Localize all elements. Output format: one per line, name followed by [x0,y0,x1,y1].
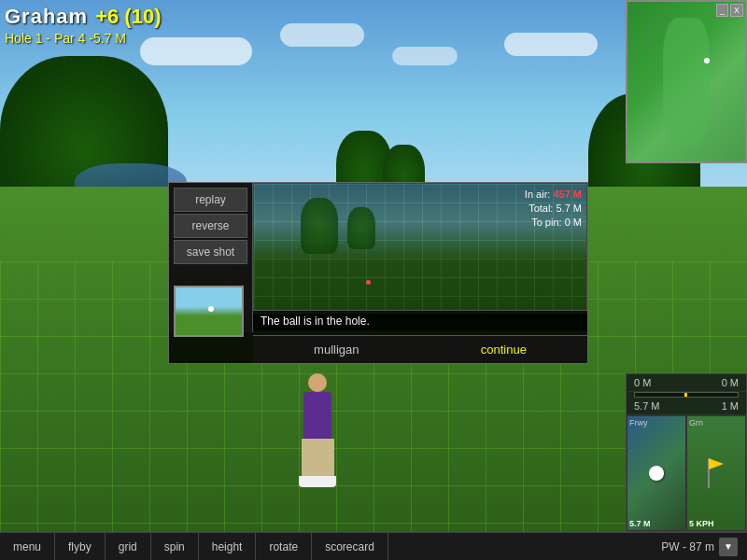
golfer-body [303,392,331,439]
shot-dialog: replay reverse save shot In air: 457 M [168,182,588,364]
bottom-right-panel: 0 M 0 M 5.7 M 1 M Frwy 5.7 M Grn [626,373,747,532]
menu-button[interactable]: menu [0,533,55,560]
to-pin-label: To pin: [531,217,561,228]
shot-thumbnail [174,286,244,337]
dialog-actions: mulligan continue [253,335,587,363]
in-air-stat: In air: 457 M [470,189,582,200]
wind-indicator [684,393,687,397]
fairway-cell: Frwy 5.7 M [627,415,686,531]
game-scene: ? _ X Graham +6 (10) Hole 1 - Par 4 -5.7… [0,0,747,560]
save-shot-button[interactable]: save shot [174,240,247,264]
height-button[interactable]: height [199,533,257,560]
minimap-minimize-btn[interactable]: _ [716,4,728,17]
thumbnail-ball [208,306,214,312]
scorecard-button[interactable]: scorecard [312,533,388,560]
spin-button[interactable]: spin [151,533,199,560]
in-air-label: In air: [525,189,551,200]
replay-button[interactable]: replay [174,188,247,212]
bottom-toolbar: menu flyby grid spin height rotate score… [0,532,747,560]
hud-top: Graham +6 (10) Hole 1 - Par 4 -5.7 M [5,5,161,46]
shot-message-bar: The ball is in the hole. [253,310,587,330]
cloud [280,23,364,47]
reverse-button[interactable]: reverse [174,214,247,238]
bottom-right-cells: Frwy 5.7 M Grn 5 KPH [627,415,746,531]
cloud [504,33,598,56]
to-pin-value: 0 M [565,217,582,228]
flyby-button[interactable]: flyby [55,533,106,560]
bottom-distance-row: 5.7 M 1 M [627,398,746,415]
wind-bar-container [627,392,746,398]
fairway-label: Frwy [629,418,648,427]
display-tree [301,198,338,254]
minimap-ball-dot [704,58,710,63]
total-stat: Total: 5.7 M [470,203,582,214]
club-select-icon[interactable]: ▼ [719,538,738,556]
minimap-close-btn[interactable]: X [730,4,743,17]
shot-display: In air: 457 M Total: 5.7 M To pin: 0 M [253,183,587,314]
player-score: +6 (10) [95,5,161,29]
club-info: PW - 87 m ▼ [652,538,747,556]
cloud [392,47,458,65]
flag-icon [705,456,727,490]
ball-in-hole [366,280,371,285]
green-label: Grn [689,418,703,427]
wind-value: 5 KPH [689,519,714,528]
continue-button[interactable]: continue [462,339,545,360]
hole-info: Hole 1 - Par 4 -5.7 M [5,31,161,46]
total-label: Total: [529,203,553,214]
player-name: Graham [5,5,88,29]
green-cell: Grn 5 KPH [686,415,746,531]
distance-left-label: 0 M [634,377,651,388]
rotate-button[interactable]: rotate [256,533,312,560]
club-info-text: PW - 87 m [661,540,714,553]
mulligan-button[interactable]: mulligan [295,339,377,360]
fairway-value: 5.7 M [629,519,651,528]
dist-left-value: 5.7 M [634,400,660,412]
grid-button[interactable]: grid [106,533,151,560]
golfer-shoes [299,476,336,487]
minimap-fairway [663,18,710,146]
golfer-character [289,373,345,504]
top-distance-row: 0 M 0 M [627,374,746,392]
display-tree2 [347,207,375,249]
shot-message-text: The ball is in the hole. [261,315,370,328]
minimap-image [627,2,745,161]
wind-bar [634,392,739,398]
shot-stats: In air: 457 M Total: 5.7 M To pin: 0 M [470,189,582,231]
svg-marker-1 [709,458,724,469]
distance-right-label: 0 M [722,377,739,388]
total-value: 5.7 M [556,203,582,214]
minimap: ? _ X [626,0,747,163]
golfer-head [308,373,327,392]
to-pin-stat: To pin: 0 M [470,217,582,228]
golf-ball-icon [649,466,664,481]
minimap-controls: _ X [716,4,743,17]
dist-right-value: 1 M [722,400,739,412]
in-air-value: 457 M [553,189,582,200]
golfer-pants [302,439,334,476]
